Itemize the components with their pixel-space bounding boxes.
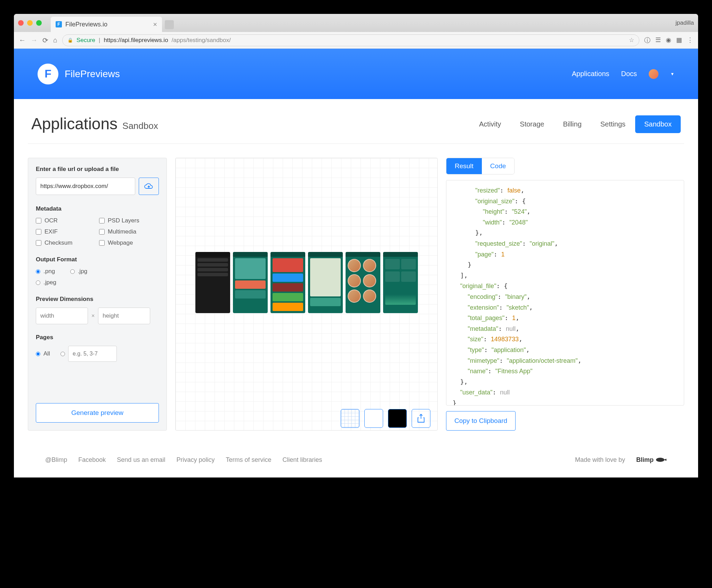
- chk-ocr[interactable]: OCR: [36, 217, 96, 224]
- tab-sandbox[interactable]: Sandbox: [635, 115, 681, 133]
- preview-image: [176, 158, 437, 407]
- url-path: /apps/testing/sandbox/: [172, 37, 231, 44]
- page-title: Applications: [31, 114, 118, 133]
- bg-white-button[interactable]: [364, 409, 383, 428]
- cloud-upload-icon: [144, 183, 154, 190]
- tab-storage[interactable]: Storage: [511, 115, 553, 133]
- page-tabs: Activity Storage Billing Settings Sandbo…: [470, 115, 681, 133]
- blimp-icon: [656, 457, 667, 463]
- secure-label: Secure: [76, 37, 95, 44]
- window-controls[interactable]: [18, 20, 42, 26]
- new-tab-button[interactable]: [165, 20, 174, 29]
- width-input[interactable]: [36, 308, 88, 324]
- fmt-png[interactable]: .png: [36, 268, 56, 275]
- page-header: Applications Sandbox Activity Storage Bi…: [28, 114, 684, 144]
- browser-addressbar: ← → ⟳ ⌂ 🔒 Secure | https://api.fileprevi…: [14, 32, 698, 49]
- dims-label: Preview Dimensions: [36, 296, 159, 303]
- close-window-icon[interactable]: [18, 20, 24, 26]
- logo-text: FilePreviews: [65, 68, 120, 80]
- back-icon[interactable]: ←: [19, 36, 26, 44]
- share-button[interactable]: [412, 409, 430, 428]
- pages-range[interactable]: [60, 346, 117, 362]
- workarea: Enter a file url or upload a file Metada…: [28, 158, 684, 431]
- footer-libs[interactable]: Client libraries: [283, 456, 322, 464]
- favicon-icon: F: [56, 21, 62, 27]
- footer-privacy[interactable]: Privacy policy: [176, 456, 215, 464]
- lock-icon: 🔒: [67, 38, 73, 43]
- chk-webpage[interactable]: Webpage: [99, 239, 159, 246]
- svg-point-0: [656, 458, 664, 462]
- tab-activity[interactable]: Activity: [470, 115, 510, 133]
- tab-title: FilePreviews.io: [65, 21, 107, 28]
- footer: @Blimp Facebook Send us an email Privacy…: [28, 446, 684, 477]
- nav-applications[interactable]: Applications: [572, 70, 609, 78]
- height-input[interactable]: [98, 308, 150, 324]
- footer-facebook[interactable]: Facebook: [78, 456, 106, 464]
- generate-preview-button[interactable]: Generate preview: [36, 403, 159, 423]
- copy-clipboard-button[interactable]: Copy to Clipboard: [446, 411, 516, 431]
- share-icon: [417, 414, 425, 423]
- info-icon[interactable]: ⓘ: [644, 36, 650, 44]
- chevron-down-icon[interactable]: ▼: [670, 72, 674, 76]
- nav-docs[interactable]: Docs: [621, 70, 637, 78]
- options-panel: Enter a file url or upload a file Metada…: [28, 158, 167, 431]
- blimp-logo[interactable]: Blimp: [636, 456, 667, 464]
- browser-window: F FilePreviews.io × jpadilla ← → ⟳ ⌂ 🔒 S…: [14, 14, 698, 477]
- tab-billing[interactable]: Billing: [554, 115, 590, 133]
- footer-email[interactable]: Send us an email: [117, 456, 165, 464]
- canvas-toolbar: [176, 407, 437, 430]
- minimize-window-icon[interactable]: [27, 20, 33, 26]
- star-icon[interactable]: ☆: [629, 36, 634, 44]
- upload-button[interactable]: [139, 178, 159, 195]
- format-label: Output Format: [36, 256, 159, 263]
- url-host: https://api.filepreviews.io: [104, 37, 168, 44]
- tab-code[interactable]: Code: [482, 158, 514, 174]
- result-panel: Result Code "resized": false, "original_…: [446, 158, 684, 431]
- browser-tabbar: F FilePreviews.io × jpadilla: [14, 14, 698, 32]
- menu-icon[interactable]: ⋮: [687, 36, 693, 44]
- result-json[interactable]: "resized": false, "original_size": { "he…: [446, 180, 684, 406]
- app-header: F FilePreviews Applications Docs ▼: [14, 49, 698, 99]
- chk-checksum[interactable]: Checksum: [36, 239, 96, 246]
- reload-icon[interactable]: ⟳: [42, 36, 48, 44]
- metadata-label: Metadata: [36, 205, 159, 212]
- page-subtitle: Sandbox: [122, 121, 158, 133]
- chk-multimedia[interactable]: Multimedia: [99, 228, 159, 235]
- bg-grid-button[interactable]: [341, 409, 359, 428]
- forward-icon: →: [31, 36, 38, 44]
- fmt-jpeg[interactable]: .jpeg: [36, 279, 56, 286]
- preview-canvas: [175, 158, 438, 431]
- logo[interactable]: F FilePreviews: [38, 64, 120, 84]
- extension-icon[interactable]: ▦: [676, 36, 682, 44]
- tab-settings[interactable]: Settings: [591, 115, 634, 133]
- tab-result[interactable]: Result: [446, 158, 482, 174]
- times-icon: ×: [91, 313, 95, 319]
- home-icon[interactable]: ⌂: [53, 36, 57, 44]
- avatar[interactable]: [649, 69, 658, 79]
- close-tab-icon[interactable]: ×: [153, 21, 157, 28]
- chk-exif[interactable]: EXIF: [36, 228, 96, 235]
- footer-made: Made with love by: [575, 456, 625, 464]
- page: Applications Sandbox Activity Storage Bi…: [14, 99, 698, 477]
- omnibox[interactable]: 🔒 Secure | https://api.filepreviews.io/a…: [62, 34, 639, 46]
- fmt-jpg[interactable]: .jpg: [70, 268, 87, 275]
- browser-profile[interactable]: jpadilla: [675, 19, 694, 26]
- pages-all[interactable]: All: [36, 350, 50, 357]
- chk-psd[interactable]: PSD Layers: [99, 217, 159, 224]
- bg-black-button[interactable]: [388, 409, 407, 428]
- browser-tab[interactable]: F FilePreviews.io ×: [51, 17, 162, 32]
- footer-tos[interactable]: Terms of service: [226, 456, 271, 464]
- shield-icon[interactable]: ◉: [666, 36, 671, 44]
- buffer-icon[interactable]: ☰: [655, 36, 661, 44]
- upload-label: Enter a file url or upload a file: [36, 166, 159, 173]
- maximize-window-icon[interactable]: [36, 20, 42, 26]
- result-tabs: Result Code: [446, 158, 515, 174]
- logo-mark-icon: F: [38, 64, 58, 84]
- file-url-input[interactable]: [36, 178, 135, 195]
- pages-range-input[interactable]: [68, 346, 117, 362]
- pages-label: Pages: [36, 334, 159, 341]
- footer-blimp[interactable]: @Blimp: [45, 456, 67, 464]
